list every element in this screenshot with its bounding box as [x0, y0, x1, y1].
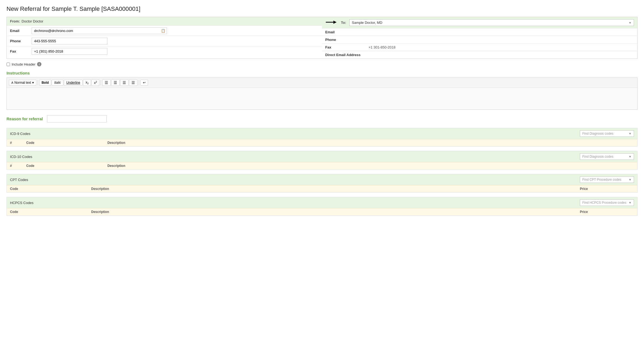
to-fax-label: Fax [325, 45, 369, 49]
icd10-header: ICD-10 Codes Find Diagnosis codes ▼ [7, 151, 637, 162]
italic-label: Italic [54, 81, 61, 85]
outdent-icon: ☰ [132, 80, 135, 85]
from-phone-row: Phone [7, 36, 322, 46]
toolbar-separator-3 [139, 80, 139, 85]
embed-icon: ↩ [143, 81, 146, 85]
bold-label: Bold [42, 81, 49, 85]
from-fax-input[interactable] [32, 48, 107, 55]
icd10-dropdown-placeholder: Find Diagnosis codes [582, 155, 613, 158]
chevron-down-icon: ▼ [629, 178, 632, 181]
to-header: To: Sample Doctor, MD ▼ [322, 17, 637, 28]
from-phone-input[interactable] [32, 38, 107, 44]
cpt-section: CPT Codes Find CPT Procedure codes ▼ Cod… [6, 174, 638, 193]
hcpcs-col-description: Description [91, 210, 580, 214]
instructions-title: Instructions [6, 71, 638, 75]
font-icon: A [11, 81, 13, 84]
italic-btn[interactable]: Italic [52, 80, 63, 86]
icd9-dropdown[interactable]: Find Diagnosis codes ▼ [580, 130, 634, 137]
toolbar-separator-1 [38, 80, 38, 85]
underline-btn[interactable]: Underline [64, 80, 83, 86]
hcpcs-section: HCPCS Codes Find HCPCS Procedure codes ▼… [6, 197, 638, 216]
page-title: New Referral for Sample T. Sample [SASA0… [6, 5, 638, 12]
bold-btn[interactable]: Bold [39, 80, 51, 86]
icd10-col-code: Code [26, 164, 107, 168]
superscript-btn[interactable]: x2 [91, 79, 99, 86]
indent-btn[interactable]: ☰ [120, 79, 129, 86]
referral-header: From: Doctor Doctor Email 📋 Phone Fax [6, 17, 638, 59]
icd10-col-description: Description [107, 164, 634, 168]
to-direct-email-row: Direct Email Address [322, 51, 637, 59]
reason-input[interactable] [47, 115, 107, 122]
from-header: From: Doctor Doctor [7, 17, 322, 25]
superscript-label: x2 [94, 80, 97, 85]
outdent-btn[interactable]: ☰ [129, 79, 137, 86]
ordered-list-btn[interactable]: ☰ [111, 79, 120, 86]
include-header-checkbox[interactable] [6, 63, 10, 66]
hcpcs-dropdown[interactable]: Find HCPCS Procedure codes ▼ [580, 199, 634, 206]
from-email-label: Email [10, 29, 32, 33]
unordered-list-icon: ☰ [105, 80, 108, 85]
calendar-icon: 📋 [161, 29, 165, 33]
normal-text-btn[interactable]: A Normal text ▾ [9, 80, 36, 86]
from-doctor-name: Doctor Doctor [22, 19, 43, 23]
icd9-col-hash: # [10, 141, 26, 145]
cpt-col-price: Price [580, 187, 634, 191]
from-fax-label: Fax [10, 49, 32, 53]
icd10-dropdown[interactable]: Find Diagnosis codes ▼ [580, 153, 634, 160]
chevron-down-icon: ▼ [629, 201, 632, 204]
hcpcs-dropdown-placeholder: Find HCPCS Procedure codes [582, 201, 626, 205]
instructions-toolbar: A Normal text ▾ Bold Italic Underline x2… [7, 78, 637, 88]
icd9-col-description: Description [107, 141, 634, 145]
to-phone-label: Phone [325, 38, 369, 42]
to-section: To: Sample Doctor, MD ▼ Email Phone Fax … [322, 17, 637, 59]
icd10-table-header: # Code Description [7, 162, 637, 169]
to-direct-email-label: Direct Email Address [325, 53, 369, 57]
to-phone-row: Phone [322, 36, 637, 43]
hcpcs-header: HCPCS Codes Find HCPCS Procedure codes ▼ [7, 197, 637, 208]
to-fax-row: Fax +1 301-850-2018 [322, 43, 637, 51]
to-doctor-dropdown[interactable]: Sample Doctor, MD ▼ [349, 19, 634, 26]
cpt-col-description: Description [91, 187, 580, 191]
cpt-col-code: Code [10, 187, 91, 191]
chevron-down-icon: ▼ [629, 21, 632, 24]
icd9-col-code: Code [26, 141, 107, 145]
instructions-editor[interactable] [7, 88, 637, 109]
icd9-dropdown-placeholder: Find Diagnosis codes [582, 132, 613, 135]
subscript-label: x2 [86, 80, 88, 85]
arrow-indicator [325, 20, 339, 26]
cpt-dropdown[interactable]: Find CPT Procedure codes ▼ [580, 176, 634, 183]
from-email-row: Email 📋 [7, 25, 322, 36]
arrow-icon [326, 20, 337, 25]
info-icon: i [37, 62, 41, 66]
cpt-title: CPT Codes [10, 178, 28, 182]
icd10-title: ICD-10 Codes [10, 155, 32, 159]
hcpcs-title: HCPCS Codes [10, 201, 34, 205]
indent-icon: ☰ [123, 80, 126, 85]
to-email-label: Email [325, 30, 369, 34]
hcpcs-col-code: Code [10, 210, 91, 214]
include-header-row: Include Header i [6, 62, 638, 66]
from-email-input[interactable] [32, 27, 167, 34]
to-label: To: [341, 21, 346, 25]
from-fax-row: Fax [7, 46, 322, 56]
cpt-dropdown-placeholder: Find CPT Procedure codes [582, 178, 622, 182]
icd9-header: ICD-9 Codes Find Diagnosis codes ▼ [7, 128, 637, 139]
embed-btn[interactable]: ↩ [140, 80, 148, 86]
chevron-down-icon: ▼ [629, 155, 632, 158]
cpt-header: CPT Codes Find CPT Procedure codes ▼ [7, 174, 637, 185]
from-phone-label: Phone [10, 39, 32, 43]
cpt-table-header: Code Description Price [7, 185, 637, 192]
subscript-btn[interactable]: x2 [83, 79, 91, 86]
instructions-section: Instructions A Normal text ▾ Bold Italic… [6, 71, 638, 110]
chevron-down-icon: ▼ [629, 132, 632, 135]
to-doctor-value: Sample Doctor, MD [352, 21, 382, 25]
from-label: From: [10, 19, 20, 23]
unordered-list-btn[interactable]: ☰ [102, 79, 111, 86]
underline-label: Underline [66, 81, 80, 85]
to-email-row: Email [322, 28, 637, 36]
icd10-col-hash: # [10, 164, 26, 168]
reason-title: Reason for referral [6, 117, 43, 121]
include-header-label[interactable]: Include Header [12, 62, 35, 66]
from-section: From: Doctor Doctor Email 📋 Phone Fax [7, 17, 322, 59]
instructions-box: A Normal text ▾ Bold Italic Underline x2… [6, 77, 638, 110]
